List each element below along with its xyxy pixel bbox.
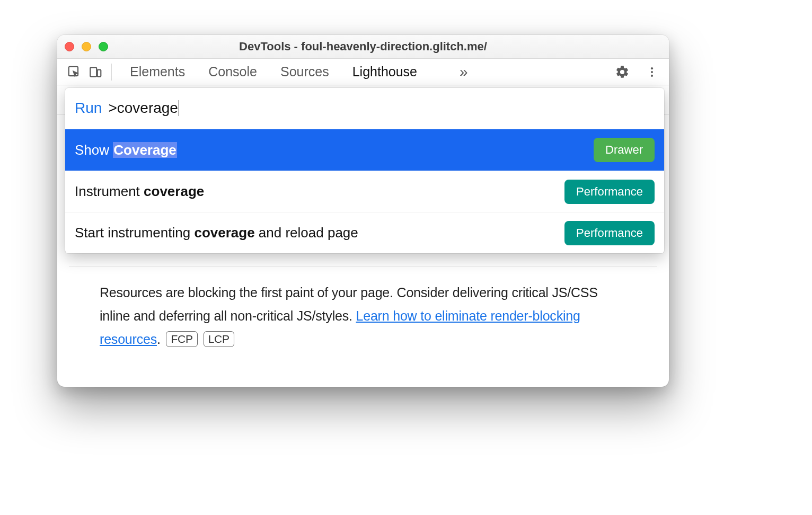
command-result[interactable]: Instrument coveragePerformance [65, 171, 664, 212]
query-text: coverage [117, 100, 178, 117]
command-input-row[interactable]: Run >coverage [65, 88, 664, 129]
devtools-toolbar: Elements Console Sources Lighthouse » [57, 59, 669, 85]
more-options-icon[interactable] [641, 61, 663, 83]
tab-elements[interactable]: Elements [130, 64, 185, 79]
result-badge: Performance [564, 221, 655, 245]
command-menu: Run >coverage Show CoverageDrawerInstrum… [65, 88, 664, 253]
text-cursor [179, 100, 179, 116]
devtools-window: DevTools - foul-heavenly-direction.glitc… [57, 35, 669, 387]
more-tabs-icon[interactable]: » [460, 64, 468, 81]
toolbar-separator [111, 64, 112, 81]
tab-console[interactable]: Console [208, 64, 257, 79]
result-badge: Drawer [594, 138, 655, 162]
lighthouse-advice: Resources are blocking the first paint o… [100, 281, 626, 351]
command-result[interactable]: Start instrumenting coverage and reload … [65, 212, 664, 253]
command-results: Show CoverageDrawerInstrument coveragePe… [65, 129, 664, 253]
metric-lcp: LCP [204, 331, 234, 347]
tab-sources[interactable]: Sources [280, 64, 329, 79]
minimize-window-button[interactable] [82, 42, 91, 51]
command-result[interactable]: Show CoverageDrawer [65, 129, 664, 171]
metric-fcp: FCP [166, 331, 197, 347]
svg-point-5 [651, 74, 653, 76]
device-toggle-icon[interactable] [85, 61, 106, 83]
close-window-button[interactable] [65, 42, 74, 51]
titlebar: DevTools - foul-heavenly-direction.glitc… [57, 35, 669, 59]
toolbar-right [612, 61, 663, 83]
fullscreen-window-button[interactable] [99, 42, 108, 51]
svg-point-3 [651, 67, 653, 69]
panel-tabs: Elements Console Sources Lighthouse » [130, 64, 468, 81]
traffic-lights [65, 42, 108, 51]
inspect-element-icon[interactable] [64, 61, 85, 83]
command-query: >coverage [108, 100, 179, 117]
result-badge: Performance [564, 180, 655, 204]
svg-rect-2 [98, 69, 101, 76]
settings-icon[interactable] [612, 61, 633, 83]
result-label: Show Coverage [75, 142, 177, 158]
query-prefix: > [108, 100, 117, 117]
result-label: Start instrumenting coverage and reload … [75, 225, 358, 241]
result-label: Instrument coverage [75, 183, 204, 200]
tab-lighthouse[interactable]: Lighthouse [352, 64, 417, 79]
run-prefix: Run [75, 100, 102, 117]
content-divider [69, 266, 657, 267]
window-title: DevTools - foul-heavenly-direction.glitc… [57, 40, 669, 54]
svg-point-4 [651, 70, 653, 73]
svg-rect-1 [90, 67, 96, 76]
advice-trailing: . [157, 332, 164, 347]
